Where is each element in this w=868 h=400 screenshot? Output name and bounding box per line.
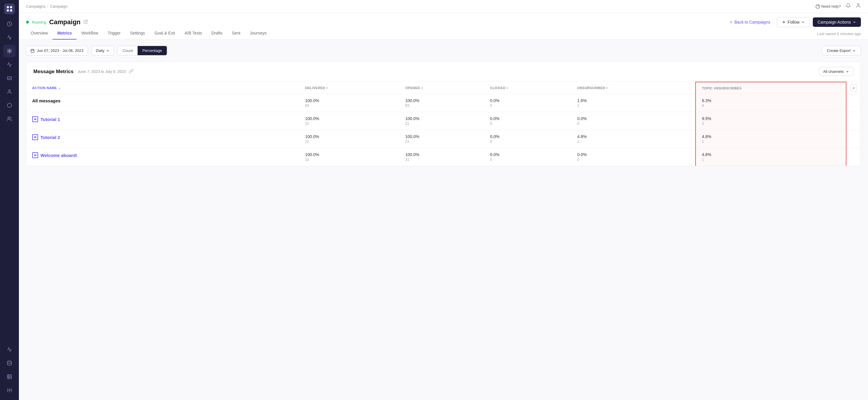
action-name-col-label: Action Name [32,86,57,90]
breadcrumb-campaigns[interactable]: Campaigns [26,4,45,8]
svg-rect-10 [7,375,11,379]
all-messages-delivered-count: 63 [305,104,393,108]
back-label: Back to Campaigns [734,20,770,25]
all-messages-name: All messages [32,98,61,103]
sidebar-item-campaigns[interactable] [3,45,16,57]
tutorial2-clicked-cell: 0.0% 0 [484,130,571,148]
sidebar-item-audience[interactable] [3,113,16,125]
follow-chevron-icon [801,20,805,24]
tab-settings[interactable]: Settings [125,27,150,39]
header-actions: Back to Campaigns Follow Campaign Action… [725,17,861,27]
sidebar-item-contacts[interactable] [3,86,16,98]
tutorial1-delivered-count: 21 [305,122,393,126]
table-row: All messages 100.0% 63 100.0% 63 0.0% [26,94,861,112]
all-messages-clicked-cell: 0.0% 0 [484,94,571,112]
tutorial1-delivered-pct: 100.0% [305,116,393,121]
metrics-title-left: Message Metrics June 7, 2023 to July 6, … [33,69,133,75]
tab-sent[interactable]: Sent [227,27,245,39]
col-header-delivered[interactable]: Delivered ▾ [299,82,399,94]
col-header-unsubscribed[interactable]: Unsubscribed ▾ [571,82,695,94]
svg-rect-0 [7,6,9,8]
sidebar-item-activity[interactable] [3,343,16,356]
follow-button[interactable]: Follow [777,17,810,27]
topbar: Campaigns / Campaign Need help? [19,0,868,13]
sidebar-item-analytics[interactable] [3,31,16,44]
col-header-topic-unsubscribes[interactable]: Topic Unsubscribes [695,82,846,94]
tutorial2-delivered-count: 21 [305,139,393,144]
all-messages-clicked-count: 0 [490,104,566,108]
sidebar-item-data[interactable] [3,357,16,369]
tab-ab-tests[interactable]: A/B Tests [180,27,207,39]
count-toggle-button[interactable]: Count [118,46,137,55]
campaign-actions-button[interactable]: Campaign Actions [813,18,861,27]
tab-journeys[interactable]: Journeys [245,27,271,39]
tutorial1-clicked-pct: 0.0% [490,116,566,121]
tutorial1-topic-unsub-cell: 9.5% 2 [695,112,846,130]
tutorial2-name-cell: ✉ Tutorial 2 [26,130,299,148]
tab-overview[interactable]: Overview [26,27,53,39]
percentage-toggle-button[interactable]: Percentage [137,46,167,55]
all-messages-unsubscribed-count: 1 [577,104,689,108]
tutorial2-delivered-pct: 100.0% [305,134,393,139]
unsubscribed-col-label: Unsubscribed [577,86,605,90]
sidebar-item-dashboard[interactable] [3,18,16,30]
welcome-clicked-cell: 0.0% 0 [484,148,571,166]
tab-drafts[interactable]: Drafts [207,27,227,39]
tutorial1-name: Tutorial 1 [40,117,60,122]
col-header-clicked[interactable]: Clicked ▾ [484,82,571,94]
all-messages-topic-unsub-cell: 6.3% 4 [695,94,846,112]
welcome-add-cell [846,148,861,166]
sidebar-item-tables[interactable] [3,370,16,383]
all-messages-opened-count: 63 [405,104,478,108]
welcome-name-cell: ✉ Welcome aboard! [26,148,299,166]
clicked-sort-icon: ▾ [507,87,508,90]
welcome-delivered-count: 21 [305,158,393,162]
tab-trigger[interactable]: Trigger [103,27,125,39]
edit-campaign-icon[interactable] [84,20,88,25]
add-column-button[interactable]: + [850,85,857,92]
tutorial2-add-cell [846,130,861,148]
app-logo[interactable] [4,4,15,14]
table-row: ✉ Tutorial 2 100.0% 21 100.0% 21 [26,130,861,148]
all-messages-clicked-pct: 0.0% [490,98,566,103]
sidebar-item-messages[interactable] [3,58,16,71]
tab-goal-exit[interactable]: Goal & Exit [150,27,180,39]
create-export-button[interactable]: Create Export [822,46,861,56]
sidebar-item-inbox[interactable] [3,72,16,85]
date-picker-button[interactable]: Jun 07, 2023 - Jul 06, 2023 [26,46,88,56]
tutorial2-clicked-pct: 0.0% [490,134,566,139]
breadcrumb-campaign: Campaign [50,4,67,8]
tutorial2-link[interactable]: ✉ Tutorial 2 [32,134,293,140]
col-header-action-name[interactable]: Action Name ▲ [26,82,299,94]
all-messages-topic-count: 4 [702,104,840,108]
sidebar-item-settings[interactable] [3,384,16,396]
table-row: ✉ Tutorial 1 100.0% 21 100.0% 21 [26,112,861,130]
metrics-table: Action Name ▲ Delivered ▾ [26,82,861,166]
channel-select-button[interactable]: All channels [819,67,854,76]
col-header-opened[interactable]: Opened ▾ [399,82,484,94]
all-messages-unsubscribed-pct: 1.6% [577,98,689,103]
status-label: Running [32,20,46,25]
notifications-icon[interactable] [845,3,851,10]
help-icon [815,4,820,9]
welcome-link[interactable]: ✉ Welcome aboard! [32,152,293,158]
channel-chevron-icon [845,70,849,73]
col-header-add[interactable]: + [846,82,861,94]
metrics-link-icon[interactable] [129,69,133,75]
tutorial1-link[interactable]: ✉ Tutorial 1 [32,116,293,122]
frequency-select[interactable]: Daily [92,46,114,56]
follow-plus-icon [782,20,786,24]
back-to-campaigns-button[interactable]: Back to Campaigns [725,18,774,27]
all-messages-unsubscribed-cell: 1.6% 1 [571,94,695,112]
campaign-name: Campaign [49,18,80,26]
welcome-topic-count: 1 [702,158,840,162]
sidebar [0,0,19,400]
delivered-col-label: Delivered [305,86,325,90]
sidebar-item-segments[interactable] [3,99,16,111]
tab-metrics[interactable]: Metrics [53,27,76,39]
help-link[interactable]: Need help? [815,4,841,9]
user-avatar[interactable] [856,3,861,10]
tab-workflow[interactable]: Workflow [76,27,103,39]
opened-sort-icon: ▾ [421,87,423,90]
svg-rect-17 [31,49,34,53]
